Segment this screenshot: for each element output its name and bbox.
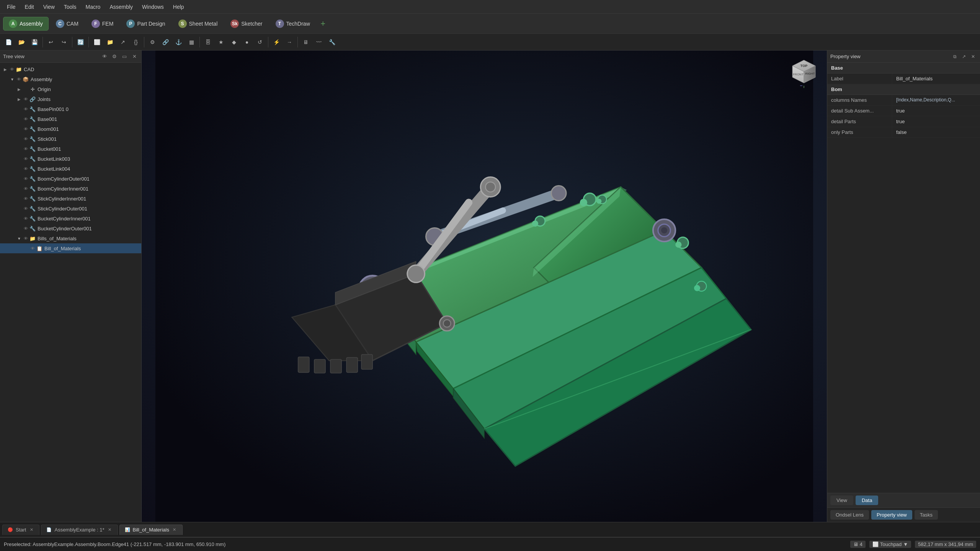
- toolbar-monitor[interactable]: 🖥: [300, 36, 312, 48]
- tab-close[interactable]: ✕: [172, 527, 178, 533]
- tree-visibility-toggle[interactable]: 👁: [22, 235, 29, 242]
- menu-item-macro[interactable]: Macro: [82, 2, 104, 11]
- tab-close[interactable]: ✕: [28, 527, 34, 533]
- toolbar-cube[interactable]: ⬜: [91, 36, 103, 48]
- tree-visibility-toggle[interactable]: 👁: [22, 155, 29, 162]
- tree-visibility-toggle[interactable]: 👁: [8, 66, 15, 73]
- tree-item[interactable]: ▶✛Origin: [0, 84, 141, 94]
- toolbar-save[interactable]: 💾: [28, 36, 41, 48]
- tree-visibility-toggle[interactable]: 👁: [22, 145, 29, 152]
- tree-item[interactable]: 👁📋Bill_of_Materials: [0, 243, 141, 253]
- toolbar-redo[interactable]: ↪: [58, 36, 70, 48]
- tree-item[interactable]: 👁🔧Boom001: [0, 124, 141, 134]
- tree-item[interactable]: 👁🔧BucketLink003: [0, 154, 141, 164]
- tree-item[interactable]: 👁🔧BoomCylinderInner001: [0, 184, 141, 194]
- wb-btn-sketcher[interactable]: SkSketcher: [225, 17, 268, 31]
- tree-visibility-toggle[interactable]: 👁: [22, 225, 29, 232]
- tree-item[interactable]: ▶👁🔗Joints: [0, 94, 141, 104]
- tree-item[interactable]: ▼👁📦Assembly: [0, 74, 141, 84]
- tab-start[interactable]: 🔴Start✕: [2, 525, 39, 535]
- menu-item-windows[interactable]: Windows: [138, 2, 168, 11]
- tree-item[interactable]: 👁🔧BoomCylinderOuter001: [0, 174, 141, 184]
- toolbar-new[interactable]: 📄: [2, 36, 15, 48]
- wb-btn-techdraw[interactable]: TTechDraw: [270, 17, 316, 31]
- prop-tab-view[interactable]: View: [830, 496, 853, 505]
- toolbar-link[interactable]: 🔗: [159, 36, 172, 48]
- prop-bottom-btn-property-view[interactable]: Property view: [871, 510, 912, 520]
- tab-close[interactable]: ✕: [107, 527, 113, 533]
- prop-tab-data[interactable]: Data: [856, 496, 878, 505]
- tab-assemblyexample-1-[interactable]: 📄AssemblyExample : 1*✕: [41, 525, 118, 535]
- menu-item-tools[interactable]: Tools: [60, 2, 80, 11]
- tree-visibility-toggle[interactable]: 👁: [22, 106, 29, 112]
- tree-window-icon[interactable]: ▭: [121, 53, 128, 60]
- prop-value[interactable]: false: [892, 127, 980, 137]
- prop-value[interactable]: [Index,Name,Description,Q...: [892, 95, 980, 105]
- prop-bottom-btn-ondsel-lens[interactable]: Ondsel Lens: [830, 510, 869, 520]
- tree-arrow[interactable]: ▶: [16, 86, 22, 92]
- tree-close-icon[interactable]: ✕: [131, 53, 138, 60]
- tree-visibility-toggle[interactable]: 👁: [22, 185, 29, 192]
- toolbar-code[interactable]: {}: [130, 36, 142, 48]
- model-viewport[interactable]: [142, 51, 827, 522]
- tree-item[interactable]: 👁🔧BucketCylinderOuter001: [0, 223, 141, 233]
- toolbar-settings[interactable]: 🔧: [326, 36, 338, 48]
- toolbar-table[interactable]: ▦: [185, 36, 198, 48]
- prop-bottom-btn-tasks[interactable]: Tasks: [915, 510, 938, 520]
- tree-item[interactable]: ▼👁📁Bills_of_Materials: [0, 233, 141, 243]
- tree-item[interactable]: 👁🔧BucketLink004: [0, 164, 141, 174]
- tab-bill_of_materials[interactable]: 📊Bill_of_Materials✕: [119, 525, 183, 535]
- menu-item-file[interactable]: File: [3, 2, 20, 11]
- status-badge-touchpad[interactable]: ⬜ Touchpad ▼: [869, 541, 911, 548]
- tree-item[interactable]: 👁🔧StickCylinderInner001: [0, 194, 141, 204]
- toolbar-star[interactable]: ★: [215, 36, 227, 48]
- tree-visibility-toggle[interactable]: 👁: [22, 96, 29, 103]
- tree-visibility-toggle[interactable]: 👁: [22, 126, 29, 132]
- tree-visibility-toggle[interactable]: 👁: [22, 175, 29, 182]
- wb-btn-assembly[interactable]: AAssembly: [3, 17, 49, 31]
- tree-visibility-toggle[interactable]: 👁: [22, 135, 29, 142]
- tree-arrow[interactable]: ▼: [9, 76, 15, 82]
- toolbar-db[interactable]: 🗄: [202, 36, 214, 48]
- tree-visibility-toggle[interactable]: 👁: [15, 76, 22, 83]
- wb-add-workbench[interactable]: +: [317, 18, 329, 29]
- viewport[interactable]: TOP FRONT RIGHT: [142, 51, 827, 522]
- property-close-icon[interactable]: ✕: [969, 53, 977, 60]
- toolbar-anchor[interactable]: ⚓: [172, 36, 185, 48]
- menu-item-view[interactable]: View: [39, 2, 59, 11]
- toolbar-arrow[interactable]: →: [283, 36, 296, 48]
- toolbar-bolt[interactable]: ⚡: [270, 36, 283, 48]
- toolbar-export[interactable]: ↗: [117, 36, 129, 48]
- toolbar-circle[interactable]: ●: [241, 36, 253, 48]
- tree-item[interactable]: 👁🔧BasePin001 0: [0, 104, 141, 114]
- toolbar-undo[interactable]: ↩: [45, 36, 57, 48]
- tree-arrow[interactable]: ▼: [16, 235, 22, 241]
- tree-item[interactable]: 👁🔧Stick001: [0, 134, 141, 144]
- tree-arrow[interactable]: ▶: [16, 96, 22, 102]
- prop-value[interactable]: true: [892, 106, 980, 116]
- tree-visibility-toggle[interactable]: 👁: [29, 245, 36, 252]
- menu-item-assembly[interactable]: Assembly: [106, 2, 137, 11]
- wb-btn-fem[interactable]: FFEM: [86, 17, 119, 31]
- tree-item[interactable]: ▶👁📁CAD: [0, 64, 141, 74]
- wb-btn-part-design[interactable]: PPart Design: [121, 17, 171, 31]
- prop-value[interactable]: true: [892, 116, 980, 127]
- nav-cube[interactable]: TOP FRONT RIGHT: [789, 58, 819, 89]
- tree-visibility-toggle[interactable]: 👁: [22, 195, 29, 202]
- tree-visibility-toggle[interactable]: 👁: [22, 215, 29, 222]
- tree-eye-icon[interactable]: 👁: [101, 53, 108, 60]
- tree-settings-icon[interactable]: ⚙: [111, 53, 118, 60]
- tree-item[interactable]: 👁🔧Base001: [0, 114, 141, 124]
- toolbar-open[interactable]: 📂: [15, 36, 28, 48]
- wb-btn-sheet-metal[interactable]: SSheet Metal: [173, 17, 224, 31]
- tree-item[interactable]: 👁🔧BucketCylinderInner001: [0, 214, 141, 223]
- prop-value[interactable]: Bill_of_Materials: [892, 73, 980, 84]
- tree-item[interactable]: 👁🔧Bucket001: [0, 144, 141, 154]
- property-window-icon[interactable]: ⧉: [951, 53, 959, 60]
- menu-item-edit[interactable]: Edit: [21, 2, 38, 11]
- wb-btn-cam[interactable]: CCAM: [50, 17, 84, 31]
- toolbar-wave[interactable]: 〰: [313, 36, 325, 48]
- tree-arrow[interactable]: ▶: [2, 66, 8, 72]
- toolbar-diamond[interactable]: ◆: [228, 36, 240, 48]
- property-float-icon[interactable]: ↗: [960, 53, 968, 60]
